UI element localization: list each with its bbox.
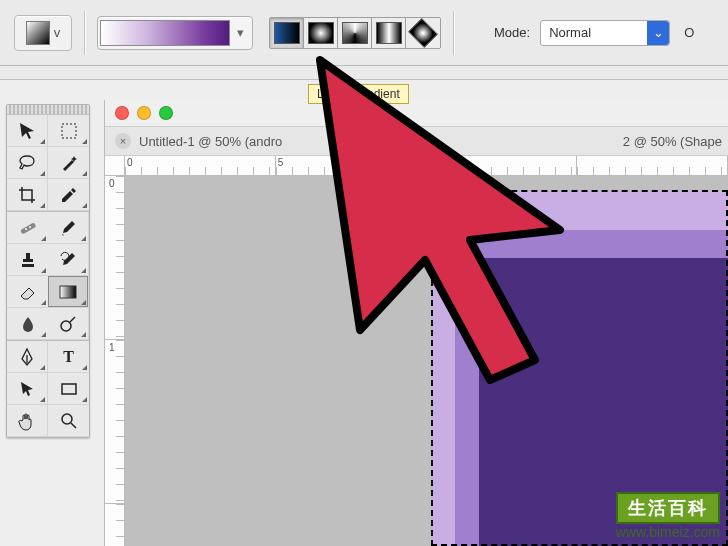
document-window: × Untitled-1 @ 50% (andro 2 @ 50% (Shape… <box>104 100 728 546</box>
history-brush-icon <box>57 249 79 271</box>
radial-gradient-icon <box>308 22 334 44</box>
gradient-preview-icon <box>26 21 50 45</box>
window-controls <box>115 106 173 120</box>
svg-rect-4 <box>60 286 76 298</box>
svg-point-2 <box>25 228 27 230</box>
panel-grip[interactable] <box>7 105 89 115</box>
secondary-bar <box>0 66 728 80</box>
svg-rect-6 <box>62 384 76 394</box>
lasso-icon <box>16 152 38 174</box>
pen-icon <box>16 346 38 368</box>
gradient-type-reflected[interactable] <box>372 18 406 48</box>
bandage-icon <box>17 217 39 239</box>
minimize-window-button[interactable] <box>137 106 151 120</box>
arrow-icon <box>16 378 38 400</box>
gradient-picker[interactable]: ▾ <box>97 16 253 50</box>
options-bar: v ▾ Mode: Normal ⌄ O <box>0 0 728 66</box>
zoom-window-button[interactable] <box>159 106 173 120</box>
gradient-type-diamond[interactable] <box>406 18 440 48</box>
history-brush-tool[interactable] <box>48 244 89 276</box>
ruler-mark: 1 <box>109 342 115 353</box>
ruler-origin[interactable] <box>105 156 125 176</box>
chevron-down-icon[interactable]: ▾ <box>230 25 250 40</box>
eraser-icon <box>17 281 39 303</box>
divider <box>453 11 454 55</box>
ruler-horizontal[interactable]: 0 5 <box>125 156 728 176</box>
move-tool[interactable] <box>7 115 48 147</box>
diamond-gradient-icon <box>408 17 439 48</box>
eyedropper-tool[interactable] <box>48 179 89 211</box>
ruler-vertical[interactable]: 0 1 <box>105 176 125 546</box>
close-window-button[interactable] <box>115 106 129 120</box>
stamp-icon <box>17 249 39 271</box>
eraser-tool[interactable] <box>7 276 48 308</box>
gradient-type-linear[interactable] <box>270 18 304 48</box>
gradient-icon <box>57 281 79 303</box>
blend-mode-select[interactable]: Normal ⌄ <box>540 20 670 46</box>
hand-icon <box>16 410 38 432</box>
crop-tool[interactable] <box>7 179 48 211</box>
document-tab-title-2[interactable]: 2 @ 50% (Shape <box>623 134 728 149</box>
brush-tool[interactable] <box>48 212 89 244</box>
gradient-swatch <box>100 20 230 46</box>
gradient-tool[interactable] <box>48 276 89 308</box>
pen-tool[interactable] <box>7 341 48 373</box>
move-icon <box>16 120 38 142</box>
gradient-type-group <box>269 17 441 49</box>
tab-close-button[interactable]: × <box>115 133 131 149</box>
crop-icon <box>16 184 38 206</box>
tools-panel: T <box>6 104 90 438</box>
linear-gradient-icon <box>274 22 300 44</box>
reflected-gradient-icon <box>376 22 402 44</box>
svg-point-5 <box>61 321 71 331</box>
watermark: 生活百科 www.bimeiz.com <box>616 492 720 540</box>
watermark-url: www.bimeiz.com <box>616 524 720 540</box>
dodge-tool[interactable] <box>48 308 89 340</box>
svg-rect-1 <box>20 222 36 234</box>
watermark-title: 生活百科 <box>616 492 720 524</box>
gradient-type-radial[interactable] <box>304 18 338 48</box>
document-tab-title[interactable]: Untitled-1 @ 50% (andro <box>139 134 282 149</box>
artboard-tool[interactable] <box>48 115 89 147</box>
opacity-label-fragment: O <box>684 25 694 40</box>
svg-point-3 <box>29 226 31 228</box>
mode-label: Mode: <box>494 25 530 40</box>
blend-mode-value: Normal <box>549 25 591 40</box>
clone-stamp-tool[interactable] <box>7 244 48 276</box>
eyedropper-icon <box>58 184 80 206</box>
tool-preset-letter: v <box>54 25 61 40</box>
path-select-tool[interactable] <box>7 373 48 405</box>
magic-wand-tool[interactable] <box>48 147 89 179</box>
dodge-icon <box>57 313 79 335</box>
svg-point-7 <box>62 414 72 424</box>
select-caret-icon: ⌄ <box>647 21 669 45</box>
marquee-icon <box>58 120 80 142</box>
tool-preset-button[interactable]: v <box>14 15 72 51</box>
blur-tool[interactable] <box>7 308 48 340</box>
type-icon: T <box>58 346 80 368</box>
blend-mode-group: Mode: Normal ⌄ <box>494 20 670 46</box>
rectangle-icon <box>58 378 80 400</box>
svg-rect-0 <box>62 124 76 138</box>
tooltip: Linear Gradient <box>308 84 409 104</box>
ruler-mark: 0 <box>109 178 115 189</box>
divider <box>84 11 85 55</box>
blur-icon <box>17 313 39 335</box>
hand-tool[interactable] <box>7 405 48 437</box>
tool-grid: T <box>7 115 89 437</box>
document-tab-bar: × Untitled-1 @ 50% (andro 2 @ 50% (Shape <box>105 126 728 156</box>
canvas[interactable] <box>125 176 728 546</box>
brush-icon <box>57 217 79 239</box>
healing-brush-tool[interactable] <box>7 212 48 244</box>
rectangle-tool[interactable] <box>48 373 89 405</box>
lasso-tool[interactable] <box>7 147 48 179</box>
wand-icon <box>58 152 80 174</box>
zoom-tool[interactable] <box>48 405 89 437</box>
gradient-type-angle[interactable] <box>338 18 372 48</box>
zoom-icon <box>58 410 80 432</box>
type-tool[interactable]: T <box>48 341 89 373</box>
angle-gradient-icon <box>342 22 368 44</box>
